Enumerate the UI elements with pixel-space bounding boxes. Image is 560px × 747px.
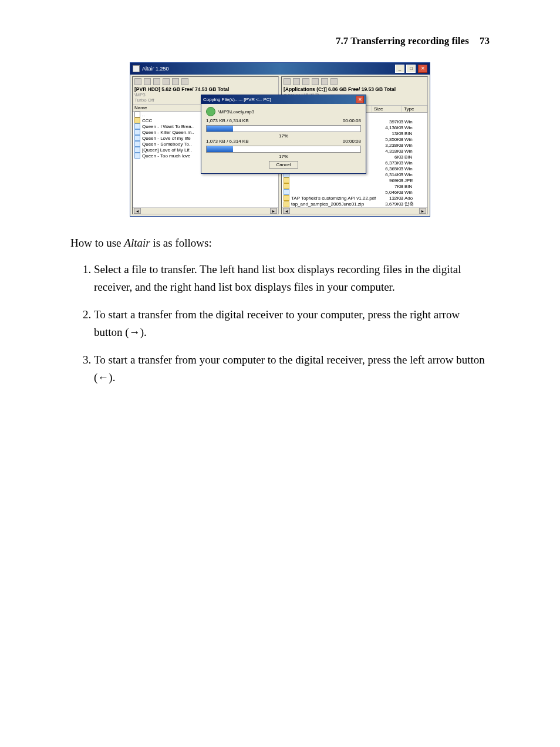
- file-type: Win: [404, 166, 426, 171]
- file-size: 6,314KB: [377, 172, 404, 177]
- toolbar-icon[interactable]: [181, 78, 188, 85]
- file-size: 4,136KB: [377, 125, 404, 130]
- close-button[interactable]: ✕: [418, 65, 427, 73]
- intro-paragraph: How to use Altair is as follows:: [70, 234, 490, 251]
- copy-percent-total: 17%: [206, 154, 361, 159]
- file-type: BIN: [404, 184, 426, 189]
- scroll-right-icon[interactable]: ►: [419, 208, 426, 214]
- file-size: 3,238KB: [377, 143, 404, 148]
- right-arrow-glyph: →: [129, 326, 140, 338]
- copy-time-total: 00:00:08: [343, 139, 361, 144]
- list-item[interactable]: TAP Topfield's customizing API v1.22.pdf…: [282, 195, 427, 201]
- toolbar-icon[interactable]: [153, 78, 160, 85]
- folder-icon: [134, 117, 140, 123]
- window-titlebar: Altair 1.250 _ □ ✕: [130, 63, 430, 75]
- toolbar-icon[interactable]: [134, 78, 141, 85]
- file-size: 3,679KB: [377, 201, 404, 207]
- file-size: 132KB: [377, 196, 404, 201]
- col-name[interactable]: Name: [133, 105, 201, 111]
- file-size: 7KB: [377, 184, 404, 189]
- toolbar-icon[interactable]: [284, 78, 291, 85]
- minimize-button[interactable]: _: [395, 65, 404, 73]
- file-size: 397KB: [377, 119, 404, 124]
- step-3-text-b: ).: [109, 371, 115, 383]
- file-size: 4,318KB: [377, 149, 404, 154]
- toolbar-icon[interactable]: [144, 78, 151, 85]
- copy-dialog-title: Copying File(s)...... [PVR <-- PC]: [203, 97, 271, 102]
- scroll-right-icon[interactable]: ►: [270, 208, 277, 214]
- page-number: 73: [480, 35, 490, 46]
- file-icon: [284, 201, 289, 207]
- file-type: Win: [404, 172, 426, 177]
- audio-icon: [134, 153, 140, 159]
- step-2: To start a transfer from the digital rec…: [94, 306, 490, 341]
- intro-suffix: is as follows:: [150, 237, 212, 249]
- list-item[interactable]: 969KBJPE: [282, 177, 427, 183]
- file-size: 969KB: [377, 178, 404, 183]
- close-icon[interactable]: ✕: [356, 96, 364, 103]
- app-icon: [133, 65, 140, 72]
- step-2-text-b: ).: [140, 326, 147, 338]
- altair-window: Altair 1.250 _ □ ✕: [130, 62, 430, 217]
- right-scrollbar[interactable]: ◄ ►: [282, 207, 427, 214]
- toolbar-icon[interactable]: [163, 78, 170, 85]
- step-2-text-a: To start a transfer from the digital rec…: [94, 308, 460, 338]
- file-size: 6,373KB: [377, 160, 404, 166]
- toolbar-icon[interactable]: [302, 78, 309, 85]
- file-icon: [284, 183, 289, 189]
- file-name: tap_and_samples_2005June01.zip: [291, 201, 377, 207]
- list-item[interactable]: 7KBBIN: [282, 183, 427, 189]
- col-type[interactable]: Type: [402, 106, 427, 112]
- file-size: 5,850KB: [377, 137, 404, 142]
- list-item[interactable]: tap_and_samples_2005June01.zip3,679KB압축: [282, 201, 427, 207]
- step-1: Select a file to transfer. The left hand…: [94, 261, 490, 295]
- audio-icon: [134, 141, 140, 147]
- copy-bytes: 1,073 KB / 6,314 KB: [206, 118, 249, 123]
- toolbar-icon[interactable]: [312, 78, 319, 85]
- file-type: BIN: [404, 131, 426, 136]
- copy-percent: 17%: [206, 133, 361, 139]
- toolbar-icon[interactable]: [172, 78, 179, 85]
- audio-icon: [134, 129, 140, 135]
- audio-icon: [284, 189, 289, 195]
- right-storage-label: [Applications (C:)] 6.86 GB Free/ 19.53 …: [284, 86, 426, 92]
- audio-icon: [134, 135, 140, 141]
- col-size[interactable]: Size: [372, 106, 402, 112]
- copy-time: 00:00:08: [343, 118, 361, 123]
- file-type: Win: [404, 137, 426, 142]
- progress-bar-total: [206, 146, 361, 153]
- progress-bar-file: [206, 125, 361, 132]
- file-type: BIN: [404, 154, 426, 160]
- left-scrollbar[interactable]: ◄ ►: [133, 207, 278, 214]
- file-type: Ado: [404, 196, 426, 201]
- file-type: JPE: [404, 178, 426, 183]
- step-1-text: Select a file to transfer. The left hand…: [94, 263, 461, 292]
- scroll-left-icon[interactable]: ◄: [134, 208, 141, 214]
- file-type: Win: [404, 125, 426, 130]
- audio-icon: [134, 123, 140, 129]
- section-title: 7.7 Transferring recording files: [336, 35, 469, 46]
- file-icon: [284, 195, 289, 201]
- copying-file-name: \MP3\Lovely.mp3: [218, 109, 254, 115]
- file-icon: [284, 177, 289, 183]
- file-type: Win: [404, 119, 426, 124]
- toolbar-icon[interactable]: [330, 78, 338, 85]
- audio-icon: [134, 147, 140, 153]
- copy-bytes-total: 1,073 KB / 6,314 KB: [206, 139, 249, 144]
- scroll-left-icon[interactable]: ◄: [283, 208, 290, 214]
- file-size: 5,046KB: [377, 190, 404, 195]
- cancel-button[interactable]: Cancel: [269, 161, 299, 169]
- file-type: Win: [404, 160, 426, 166]
- maximize-button[interactable]: □: [406, 65, 416, 73]
- file-size: 13KB: [377, 131, 404, 136]
- disk-icon: [206, 107, 215, 116]
- window-title: Altair 1.250: [142, 66, 169, 72]
- file-name: TAP Topfield's customizing API v1.22.pdf: [291, 196, 377, 201]
- steps-list: Select a file to transfer. The left hand…: [70, 261, 490, 386]
- intro-prefix: How to use: [70, 237, 124, 249]
- left-arrow-glyph: ←: [97, 371, 109, 383]
- file-size: 6,365KB: [377, 166, 404, 171]
- list-item[interactable]: 5,046KBWin: [282, 189, 427, 195]
- toolbar-icon[interactable]: [293, 78, 300, 85]
- toolbar-icon[interactable]: [321, 78, 328, 85]
